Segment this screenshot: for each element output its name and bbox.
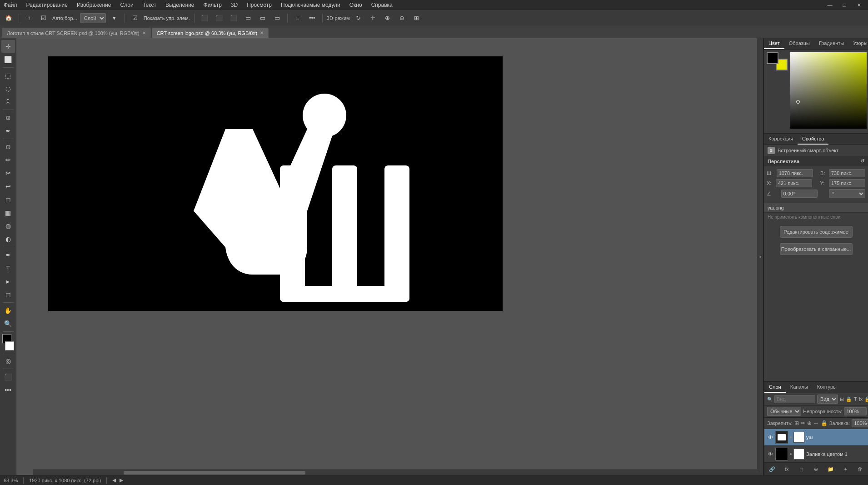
menu-item-file[interactable]: Файл <box>2 1 19 9</box>
x-input[interactable] <box>776 179 812 187</box>
y-input[interactable] <box>829 179 865 187</box>
align-top-icon[interactable]: ▭ <box>242 12 254 24</box>
horizontal-scrollbar[interactable] <box>33 470 757 475</box>
eyedropper-tool[interactable]: ✒ <box>1 125 15 137</box>
new-doc-button[interactable]: + <box>23 12 35 24</box>
tab-corrections[interactable]: Коррекция <box>764 134 798 145</box>
layer-item-fill[interactable]: 👁 Заливка цветом 1 <box>764 446 868 463</box>
lock-filter-icon[interactable]: 🔒 <box>864 395 868 403</box>
quick-select-tool[interactable]: ⁑ <box>1 95 15 108</box>
tab-patterns[interactable]: Узоры <box>848 38 868 49</box>
tab-gradients[interactable]: Градиенты <box>814 38 848 49</box>
new-group-btn[interactable]: 📁 <box>827 465 835 473</box>
type-tool[interactable]: T <box>1 262 15 275</box>
menu-item-plugins[interactable]: Подключаемые модули <box>279 1 342 9</box>
lock-position-icon[interactable]: ✏ <box>801 420 805 426</box>
tab-doc2-close[interactable]: ✕ <box>260 30 264 35</box>
panel-collapse-button[interactable]: ◂ <box>757 38 763 475</box>
tab-layers[interactable]: Слои <box>764 382 786 393</box>
tab-channels[interactable]: Каналы <box>786 382 813 393</box>
tab-doc1[interactable]: Логотип в стиле CRT SCREEN.psd @ 100% (у… <box>2 28 151 38</box>
height-input[interactable] <box>829 169 865 177</box>
gradient-tool[interactable]: ▦ <box>1 206 15 219</box>
more-tools-btn[interactable]: ••• <box>1 384 15 396</box>
lock-all-icon[interactable]: ↔ <box>813 420 819 426</box>
pan-3d-icon[interactable]: ✛ <box>367 12 379 24</box>
convert-linked-button[interactable]: Преобразовать в связанные... <box>780 243 853 255</box>
hand-tool[interactable]: ✋ <box>1 304 15 317</box>
width-input[interactable] <box>777 169 813 177</box>
effects-filter-icon[interactable]: fx <box>859 395 863 403</box>
background-color[interactable] <box>5 341 14 350</box>
tab-properties[interactable]: Свойства <box>798 134 828 145</box>
show-controls-checkbox[interactable]: ☑ <box>129 12 141 24</box>
tab-doc2[interactable]: CRT-screen logo.psd @ 68.3% (уш, RGB/8#)… <box>152 28 269 38</box>
menu-item-filter[interactable]: Фильтр <box>202 1 224 9</box>
fill-input[interactable] <box>852 419 868 427</box>
dodge-tool[interactable]: ◐ <box>1 233 15 245</box>
layer-type-select[interactable]: Слой <box>80 13 106 23</box>
nav-next-button[interactable]: ▶ <box>120 477 123 483</box>
eraser-tool[interactable]: ◻ <box>1 193 15 206</box>
move-tool[interactable]: ✛ <box>1 40 15 53</box>
blur-tool[interactable]: ◍ <box>1 220 15 232</box>
crop-tool[interactable]: ⊕ <box>1 111 15 124</box>
menu-item-image[interactable]: Изображение <box>75 1 113 9</box>
menu-item-select[interactable]: Выделение <box>164 1 196 9</box>
lock-artboard-icon[interactable]: ⊕ <box>807 420 812 426</box>
delete-layer-icon[interactable]: 🗑 <box>856 465 864 473</box>
zoom-3d-icon[interactable]: ⊕ <box>382 12 394 24</box>
foreground-swatch[interactable] <box>767 52 778 64</box>
artboard-tool[interactable]: ⬜ <box>1 53 15 66</box>
marquee-tool[interactable]: ⬚ <box>1 69 15 82</box>
layer-item-ush[interactable]: 👁 уш <box>764 429 868 446</box>
menu-item-window[interactable]: Окно <box>348 1 364 9</box>
menu-item-text[interactable]: Текст <box>141 1 158 9</box>
layer-fill-visibility-toggle[interactable]: 👁 <box>767 451 773 457</box>
minimize-button[interactable]: — <box>823 0 837 10</box>
opacity-input[interactable] <box>844 407 867 415</box>
layer-view-select[interactable]: Вид <box>817 395 838 404</box>
lock-pixels-icon[interactable]: ⊞ <box>794 420 799 426</box>
tab-swatches[interactable]: Образцы <box>784 38 814 49</box>
dropdown-arrow-icon[interactable]: ▾ <box>109 12 120 24</box>
menu-item-help[interactable]: Справка <box>369 1 394 9</box>
home-button[interactable]: 🏠 <box>3 12 15 24</box>
scroll-thumb-h[interactable] <box>124 471 305 475</box>
new-group-icon[interactable]: ⊞ <box>840 395 844 403</box>
orbit-3d-icon[interactable]: ⊕ <box>396 12 408 24</box>
color-gradient-picker[interactable] <box>790 52 867 129</box>
menu-item-layers[interactable]: Слои <box>119 1 135 9</box>
auto-select-checkbox[interactable]: ☑ <box>38 12 50 24</box>
lock-padlock-icon[interactable]: 🔒 <box>821 420 828 426</box>
rotate-3d-icon[interactable]: ↻ <box>353 12 364 24</box>
tab-doc1-close[interactable]: ✕ <box>142 30 146 35</box>
shape-tool[interactable]: ◻ <box>1 288 15 301</box>
fx-icon[interactable]: fx <box>783 465 791 473</box>
menu-item-edit[interactable]: Редактирование <box>25 1 70 9</box>
tab-color[interactable]: Цвет <box>764 38 784 49</box>
blend-mode-select[interactable]: Обычные <box>767 407 801 416</box>
heal-tool[interactable]: ⊙ <box>1 140 15 153</box>
distribute-icon[interactable]: ≡ <box>292 12 304 24</box>
more-options-button[interactable]: ••• <box>306 12 318 24</box>
path-select-tool[interactable]: ▸ <box>1 275 15 288</box>
add-adjustment-icon[interactable]: ⊕ <box>812 465 820 473</box>
align-mid-icon[interactable]: ▭ <box>257 12 269 24</box>
clone-tool[interactable]: ✂ <box>1 167 15 180</box>
pen-tool[interactable]: ✒ <box>1 249 15 261</box>
reset-transform-icon[interactable]: ↺ <box>860 158 864 164</box>
align-left-icon[interactable]: ⬛ <box>199 12 210 24</box>
maximize-button[interactable]: □ <box>837 0 852 10</box>
lasso-tool[interactable]: ◌ <box>1 82 15 95</box>
nav-prev-button[interactable]: ◀ <box>112 477 116 483</box>
slide-3d-icon[interactable]: ⊞ <box>411 12 423 24</box>
layer-search-input[interactable] <box>774 395 815 403</box>
zoom-tool[interactable]: 🔍 <box>1 317 15 330</box>
add-link-icon[interactable]: 🔗 <box>768 465 776 473</box>
align-right-icon[interactable]: ⬛ <box>228 12 239 24</box>
align-center-icon[interactable]: ⬛ <box>213 12 225 24</box>
angle-unit-select[interactable]: ° <box>829 189 865 198</box>
quick-mask-toggle[interactable]: ◎ <box>1 355 15 367</box>
angle-input[interactable] <box>781 190 818 198</box>
